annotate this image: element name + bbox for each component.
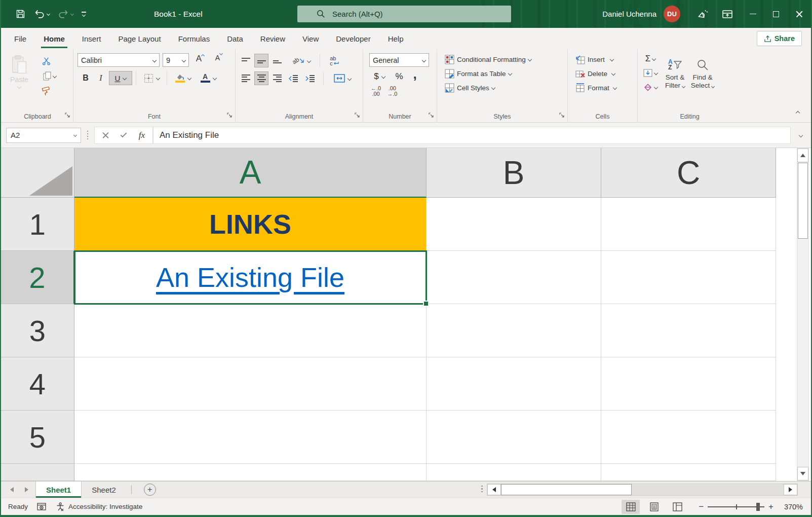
clear-button[interactable] (642, 81, 659, 94)
column-header-a[interactable]: A (74, 148, 427, 198)
underline-button[interactable]: U (109, 71, 132, 85)
zoom-out-button[interactable]: − (699, 502, 704, 512)
number-format-select[interactable]: General (369, 53, 429, 67)
next-sheet-icon[interactable] (25, 487, 28, 492)
tab-data[interactable]: Data (218, 28, 252, 49)
tab-page-layout[interactable]: Page Layout (109, 28, 169, 49)
align-right-button[interactable] (270, 71, 284, 85)
tab-help[interactable]: Help (379, 28, 412, 49)
zoom-level[interactable]: 370% (779, 503, 803, 511)
tab-formulas[interactable]: Formulas (170, 28, 219, 49)
align-center-button[interactable] (254, 71, 268, 85)
share-button[interactable]: Share (757, 31, 802, 46)
decrease-decimal-button[interactable]: .00 →.0 (386, 85, 398, 97)
tab-developer[interactable]: Developer (327, 28, 379, 49)
top-align-button[interactable] (239, 54, 253, 67)
cell-a5[interactable] (74, 411, 427, 464)
vertical-scrollbar[interactable] (797, 148, 809, 481)
bold-button[interactable]: B (79, 71, 93, 85)
font-color-button[interactable]: A (196, 71, 220, 85)
fill-color-button[interactable] (171, 71, 195, 85)
normal-view-button[interactable] (622, 500, 640, 514)
zoom-in-button[interactable]: + (768, 502, 774, 512)
fill-handle[interactable] (423, 301, 429, 307)
number-dialog-launcher[interactable] (429, 112, 434, 120)
new-sheet-button[interactable]: + (144, 484, 156, 496)
cell-a1[interactable]: LINKS (74, 198, 427, 251)
font-family-select[interactable]: Calibri (78, 53, 160, 67)
macro-record-button[interactable] (37, 502, 47, 511)
accessibility-checker-button[interactable]: Accessibility: Investigate (56, 502, 142, 511)
accounting-format-button[interactable]: $ (369, 70, 390, 83)
prev-sheet-icon[interactable] (10, 487, 14, 492)
insert-cells-button[interactable]: Insert (574, 52, 635, 66)
ribbon-display-options-button[interactable] (719, 6, 736, 23)
copy-button[interactable] (38, 69, 61, 83)
comma-style-button[interactable]: , (409, 70, 421, 83)
cell-b1[interactable] (427, 198, 601, 251)
tabbar-splitter-handle[interactable] (481, 486, 483, 494)
customize-qat-button[interactable] (79, 6, 89, 23)
cell-c3[interactable] (601, 304, 776, 357)
close-button[interactable] (788, 0, 811, 28)
undo-button[interactable] (31, 6, 53, 23)
cell-b6-partial[interactable] (427, 464, 601, 481)
row-header-4[interactable]: 4 (1, 357, 74, 411)
sheet-tab-sheet1[interactable]: Sheet1 (35, 482, 82, 498)
tab-home[interactable]: Home (35, 28, 73, 49)
format-cells-button[interactable]: Format (574, 81, 635, 95)
sort-filter-button[interactable]: AZ Sort &Filter (662, 52, 688, 94)
merge-center-button[interactable] (329, 71, 356, 85)
format-as-table-button[interactable]: Format as Table (443, 66, 565, 81)
sheet-tab-sheet2[interactable]: Sheet2 (82, 482, 126, 498)
cell-a2-hyperlink[interactable]: An Existing File (156, 262, 344, 293)
expand-formula-bar-button[interactable] (791, 134, 811, 137)
decrease-indent-button[interactable] (286, 71, 301, 85)
cell-b3[interactable] (427, 304, 601, 357)
zoom-slider-thumb[interactable] (756, 503, 760, 511)
formula-input[interactable]: An Existing File (153, 127, 791, 144)
middle-align-button[interactable] (254, 54, 268, 67)
row-header-5[interactable]: 5 (1, 411, 74, 464)
clipboard-dialog-launcher[interactable] (65, 112, 70, 120)
bottom-align-button[interactable] (270, 54, 284, 67)
name-box[interactable]: A2 (6, 128, 81, 143)
cell-b5[interactable] (427, 411, 601, 464)
zoom-slider[interactable] (708, 506, 764, 507)
cell-c2[interactable] (601, 251, 776, 304)
cell-b2[interactable] (427, 251, 601, 304)
column-header-c[interactable]: C (601, 148, 776, 198)
row-header-6-partial[interactable] (1, 464, 74, 481)
styles-dialog-launcher[interactable] (559, 112, 565, 120)
horizontal-scrollbar[interactable] (487, 484, 798, 496)
increase-decimal-button[interactable]: ←.0 .00 (370, 85, 381, 97)
delete-cells-button[interactable]: Delete (574, 66, 635, 81)
tab-file[interactable]: File (1, 28, 35, 49)
autosum-button[interactable]: Σ (642, 52, 659, 65)
minimize-button[interactable] (741, 0, 764, 28)
maximize-button[interactable] (764, 0, 788, 28)
page-layout-view-button[interactable] (645, 500, 663, 514)
column-header-b[interactable]: B (427, 148, 601, 198)
select-all-button[interactable] (1, 148, 74, 198)
feedback-button[interactable] (693, 6, 712, 23)
decrease-font-button[interactable]: A (211, 53, 226, 67)
search-box[interactable]: Search (Alt+Q) (297, 6, 511, 22)
scroll-right-button[interactable] (784, 484, 797, 495)
alignment-dialog-launcher[interactable] (355, 112, 360, 120)
tab-review[interactable]: Review (252, 28, 294, 49)
row-header-3[interactable]: 3 (1, 304, 74, 357)
font-dialog-launcher[interactable] (227, 112, 233, 120)
cell-styles-button[interactable]: Cell Styles (443, 81, 565, 95)
italic-button[interactable]: I (94, 71, 108, 85)
cell-a4[interactable] (74, 357, 427, 411)
enter-button[interactable] (115, 128, 132, 143)
cell-a6-partial[interactable] (74, 464, 427, 481)
row-header-2[interactable]: 2 (1, 251, 74, 304)
fill-button[interactable] (642, 66, 659, 80)
cell-c5[interactable] (601, 411, 776, 464)
cell-c1[interactable] (601, 198, 776, 251)
scroll-left-button[interactable] (487, 484, 501, 495)
collapse-ribbon-button[interactable] (792, 108, 804, 118)
save-button[interactable] (12, 6, 29, 23)
